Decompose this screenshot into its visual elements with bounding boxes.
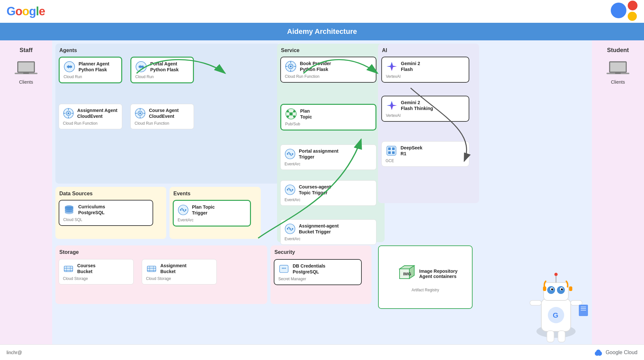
bottom-bar: linchr@ Google Cloud: [0, 344, 644, 360]
svg-point-48: [292, 189, 293, 191]
svg-point-47: [289, 189, 291, 191]
robot-image-container: G: [520, 260, 592, 344]
svg-rect-93: [544, 283, 568, 300]
artifact-registry-section: IMG Image RepositoryAgent containers Art…: [378, 245, 473, 309]
svg-point-50: [287, 228, 288, 230]
title-banner: Aidemy Architecture: [0, 23, 644, 40]
planner-agent-subtitle: Cloud Run: [64, 75, 117, 79]
main-content: Aidemy Architecture Staff Clients Agents: [0, 23, 644, 344]
courses-agent-topic-trigger-subtitle: EventArc: [285, 198, 372, 202]
portal-assignment-trigger-header: Portal assignmentTrigger: [285, 148, 372, 160]
google-dots: [611, 3, 637, 21]
agents-section: Agents Planner AgentPython Flask Cloud: [55, 44, 280, 184]
portal-agent-title: Portal AgentPython Flask: [150, 61, 179, 73]
svg-point-66: [65, 211, 73, 214]
svg-point-68: [180, 209, 182, 211]
google-cloud-logo-icon: [594, 349, 603, 356]
svg-rect-58: [388, 151, 391, 154]
ai-section-title: AI: [382, 48, 475, 53]
gemini-flash-thinking-card: Gemini 2Flash Thinking VertexAI: [381, 96, 469, 122]
gemini-flash-card: Gemini 2Flash VertexAI: [381, 57, 469, 83]
svg-rect-76: [147, 266, 156, 272]
course-agent-header: Course AgentCloudEvent: [135, 107, 190, 119]
svg-rect-105: [571, 300, 582, 305]
book-provider-subtitle: Cloud Run Function: [285, 74, 372, 79]
assignment-bucket-header: AssignmentBucket: [146, 263, 212, 274]
plan-topic-trigger-header: Plan TopicTrigger: [178, 204, 246, 216]
courses-bucket-title: CoursesBucket: [77, 263, 95, 274]
assignment-agent-bucket-trigger-subtitle: EventArc: [285, 237, 372, 241]
svg-point-52: [292, 228, 293, 230]
svg-point-69: [183, 209, 184, 211]
deepseek-r1-subtitle: GCE: [386, 159, 465, 163]
portal-assignment-trigger-icon: [285, 148, 296, 159]
svg-rect-113: [610, 62, 625, 72]
book-provider-header: Book ProviderPython Flask: [285, 61, 372, 72]
plan-topic-trigger-icon: [178, 204, 189, 215]
assignment-agent-bucket-trigger-title: Assignment-agentBucket Trigger: [299, 223, 339, 235]
courses-agent-topic-trigger-title: Courses-agentTopic Trigger: [299, 184, 331, 196]
svg-text:IMG: IMG: [403, 271, 411, 276]
svg-rect-102: [543, 286, 546, 291]
plan-topic-subtitle: Pub/Sub: [285, 122, 372, 126]
assignment-agent-bucket-trigger-icon: [285, 223, 296, 234]
curriculums-card: CurriculumsPostgreSQL Cloud SQL: [59, 200, 153, 226]
google-logo: Google: [7, 5, 45, 18]
svg-point-33: [287, 110, 289, 113]
events-title: Events: [173, 191, 257, 197]
portal-assignment-trigger-title: Portal assignmentTrigger: [299, 148, 338, 160]
assignment-agent-card: Assignment AgentCloudEvent Cloud Run Fun…: [59, 104, 122, 129]
book-provider-title: Book ProviderPython Flask: [300, 61, 331, 72]
dot-blue: [611, 3, 626, 18]
svg-rect-115: [615, 73, 621, 74]
svg-rect-103: [569, 286, 572, 291]
portal-agent-header: Portal AgentPython Flask: [135, 61, 189, 73]
staff-client-label: Clients: [19, 79, 33, 85]
db-credentials-icon: ***: [278, 263, 289, 274]
curriculums-icon: [63, 204, 75, 215]
svg-rect-110: [547, 331, 554, 342]
assignment-agent-title: Assignment AgentCloudEvent: [77, 107, 117, 119]
db-credentials-header: *** DB CredentialsPostgreSQL: [278, 263, 357, 275]
svg-point-98: [551, 288, 553, 290]
svg-text:***: ***: [282, 267, 286, 271]
curriculums-subtitle: Cloud SQL: [63, 217, 149, 222]
svg-point-26: [290, 65, 292, 67]
gemini-flash-title: Gemini 2Flash: [401, 61, 420, 72]
assignment-agent-bucket-trigger-card: Assignment-agentBucket Trigger EventArc: [280, 219, 376, 245]
planner-agent-title: Planner AgentPython Flask: [79, 61, 109, 73]
gemini-flash-thinking-icon: [386, 100, 398, 111]
agents-section-title: Agents: [59, 48, 276, 53]
courses-bucket-card: CoursesBucket Cloud Storage: [59, 259, 134, 284]
db-credentials-subtitle: Secret Manager: [278, 277, 357, 281]
svg-rect-56: [388, 147, 391, 150]
curriculums-title: CurriculumsPostgreSQL: [78, 204, 105, 215]
artifact-registry-title: Image RepositoryAgent containers: [419, 269, 457, 279]
assignment-agent-icon: [63, 108, 74, 119]
svg-point-36: [293, 116, 296, 118]
artifact-registry-icon: IMG: [393, 262, 416, 285]
plan-topic-card: PlanTopic Pub/Sub: [280, 104, 376, 131]
top-bar: Google: [0, 0, 644, 23]
security-title: Security: [274, 249, 368, 255]
plan-topic-trigger-title: Plan TopicTrigger: [192, 204, 215, 216]
courses-bucket-header: CoursesBucket: [63, 263, 129, 274]
dot-yellow: [628, 12, 637, 21]
svg-point-44: [292, 153, 293, 155]
courses-agent-topic-trigger-icon: [285, 184, 296, 195]
svg-point-99: [561, 288, 563, 290]
student-title: Student: [607, 47, 629, 54]
gemini-flash-thinking-subtitle: VertexAI: [386, 113, 465, 118]
course-agent-title: Course AgentCloudEvent: [149, 107, 179, 119]
courses-agent-topic-trigger-header: Courses-agentTopic Trigger: [285, 184, 372, 196]
gemini-flash-header: Gemini 2Flash: [386, 61, 465, 72]
student-client-box: Clients: [607, 59, 629, 85]
svg-rect-59: [392, 151, 395, 154]
svg-marker-53: [387, 62, 397, 71]
google-cloud-label: Google Cloud: [606, 350, 637, 355]
storage-title: Storage: [59, 249, 263, 255]
assignment-agent-header: Assignment AgentCloudEvent: [63, 107, 118, 119]
assignment-agent-bucket-trigger-header: Assignment-agentBucket Trigger: [285, 223, 372, 235]
svg-point-51: [289, 228, 291, 230]
svg-rect-111: [558, 331, 565, 342]
